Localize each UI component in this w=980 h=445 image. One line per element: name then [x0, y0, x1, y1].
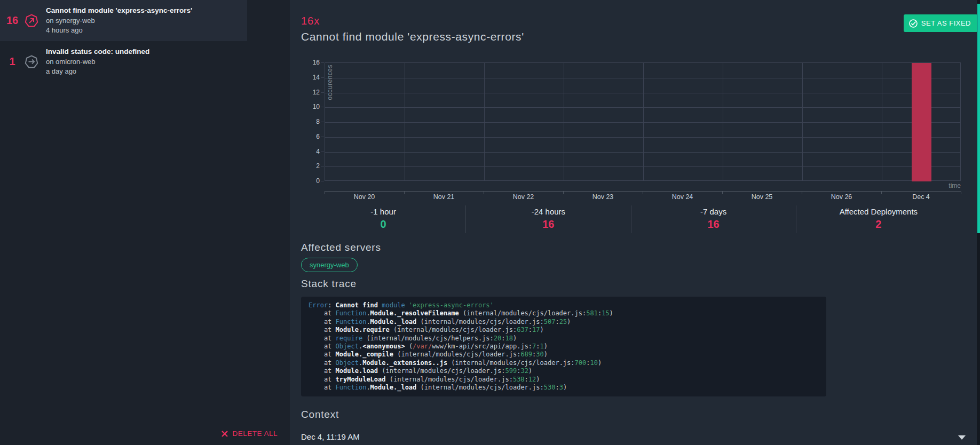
error-list: 16Cannot find module 'express-async-erro… [0, 0, 247, 82]
occurrence-count-badge: 16x [301, 15, 320, 27]
stack-trace-line: at Module.load (internal/modules/cjs/loa… [309, 367, 819, 375]
error-time: 4 hours ago [46, 26, 247, 35]
error-count: 16 [0, 14, 25, 27]
stack-trace-heading: Stack trace [301, 278, 357, 290]
y-axis-tick [321, 152, 324, 152]
delete-all-label: DELETE ALL [232, 430, 278, 438]
error-server: on synergy-web [46, 16, 247, 26]
x-axis-tick-label: Nov 22 [513, 193, 534, 201]
chart-gridline [802, 63, 803, 180]
y-axis-tick-label: 4 [294, 148, 320, 155]
chart-gridline [325, 152, 960, 153]
error-list-item[interactable]: 16Cannot find module 'express-async-erro… [0, 0, 247, 41]
chart-bar [912, 63, 931, 181]
y-axis-tick-label: 16 [294, 59, 320, 66]
arrow-right-icon [25, 55, 38, 69]
affected-servers-heading: Affected servers [301, 242, 381, 253]
x-axis-tick-label: Nov 26 [831, 193, 852, 201]
stack-trace-line: at Function.Module._load (internal/modul… [309, 318, 819, 326]
chart-gridline [405, 63, 405, 180]
error-detail-panel: 16x Cannot find module 'express-async-er… [290, 0, 980, 445]
error-item-text: Cannot find module 'express-async-errors… [46, 6, 247, 35]
chart-gridline [484, 63, 485, 180]
stat-cell: -1 hour0 [301, 205, 465, 233]
page-title: Cannot find module 'express-async-errors… [301, 30, 524, 43]
scrollbar-thumb[interactable] [977, 4, 980, 233]
y-axis-tick-label: 6 [294, 133, 320, 140]
stat-label: -7 days [631, 207, 796, 216]
stack-trace-line: at Object.<anonymous> (/var/www/km-api/s… [309, 343, 819, 351]
set-as-fixed-label: SET AS FIXED [921, 19, 971, 27]
x-axis-tick-label: Nov 24 [672, 193, 693, 201]
stat-label: Affected Deployments [796, 207, 961, 216]
error-title: Invalid status code: undefined [46, 47, 247, 55]
y-axis-tick-label: 12 [294, 89, 320, 96]
x-axis-tick-label: Nov 21 [433, 193, 455, 201]
y-axis-tick-label: 2 [294, 162, 320, 170]
chart-gridline [564, 63, 564, 180]
chart-gridline [325, 93, 960, 93]
context-entry-label: Dec 4, 11:19 AM [301, 432, 360, 441]
stat-value: 2 [796, 218, 961, 231]
y-axis-tick-label: 14 [294, 74, 320, 81]
stack-trace-line: at Module.require (internal/modules/cjs/… [309, 326, 819, 334]
stat-value: 0 [301, 218, 465, 231]
stack-trace-line: at Object.Module._extensions..js (intern… [309, 359, 819, 367]
stack-trace-line: Error: Cannot find module 'express-async… [309, 301, 819, 309]
set-as-fixed-button[interactable]: SET AS FIXED [904, 14, 978, 32]
y-axis-tick [321, 107, 324, 107]
delete-all-button[interactable]: DELETE ALL [221, 430, 278, 438]
stat-value: 16 [466, 218, 630, 231]
error-list-item[interactable]: 1Invalid status code: undefinedon omicro… [0, 41, 247, 82]
x-axis-labels: Nov 20Nov 21Nov 22Nov 23Nov 24Nov 25Nov … [325, 193, 961, 202]
y-axis-tick [321, 92, 324, 93]
stack-trace-line: at require (internal/modules/cjs/helpers… [309, 335, 819, 343]
error-list-sidebar: 16Cannot find module 'express-async-erro… [0, 0, 290, 445]
chart-gridline [325, 107, 960, 108]
chart-gridline [643, 63, 644, 180]
x-axis-tick-label: Dec 4 [912, 193, 930, 201]
y-axis-tick [321, 137, 324, 137]
check-circle-icon [908, 19, 918, 28]
stat-label: -1 hour [301, 207, 465, 216]
error-server: on omicron-web [46, 57, 247, 67]
x-axis-title: time [325, 182, 961, 189]
error-count: 1 [0, 55, 25, 68]
stack-trace-line: at tryModuleLoad (internal/modules/cjs/l… [309, 376, 819, 384]
chart-gridline [325, 122, 960, 123]
error-time: a day ago [46, 67, 247, 76]
stack-trace-block: Error: Cannot find module 'express-async… [301, 297, 826, 396]
y-axis-tick [321, 181, 324, 181]
stat-cell: Affected Deployments2 [796, 205, 961, 233]
stack-trace-line: at Module._compile (internal/modules/cjs… [309, 351, 819, 359]
stat-label: -24 hours [466, 207, 630, 216]
x-axis-tick-label: Nov 20 [354, 193, 375, 201]
context-heading: Context [301, 409, 339, 420]
chart-gridline [325, 166, 960, 167]
y-axis-tick-label: 10 [294, 103, 320, 110]
chart-gridline [723, 63, 723, 180]
server-chip[interactable]: synergy-web [301, 258, 358, 272]
x-axis-line [325, 191, 961, 192]
chart-gridline [882, 63, 882, 180]
stack-trace-line: at Function.Module._load (internal/modul… [309, 384, 819, 392]
x-axis-tick-label: Nov 23 [592, 193, 614, 201]
error-item-text: Invalid status code: undefinedon omicron… [46, 47, 247, 76]
x-axis-tick [961, 192, 961, 194]
scrollbar-track[interactable] [977, 0, 980, 445]
chart-gridline [325, 78, 960, 78]
stat-value: 16 [631, 218, 796, 231]
y-axis-tick-label: 0 [294, 177, 320, 185]
stat-cell: -24 hours16 [465, 205, 630, 233]
error-title: Cannot find module 'express-async-errors… [46, 6, 247, 14]
y-axis-tick [321, 62, 324, 63]
stat-cell: -7 days16 [631, 205, 796, 233]
y-axis-tick [321, 77, 324, 78]
trend-up-icon [25, 14, 38, 28]
chevron-down-icon[interactable] [958, 435, 966, 440]
stack-trace-line: at Function.Module._resolveFilename (int… [309, 309, 819, 317]
x-axis-tick-label: Nov 25 [752, 193, 773, 201]
chart-plot-area [325, 62, 961, 181]
y-axis-tick-label: 8 [294, 118, 320, 125]
y-axis-tick [321, 122, 324, 122]
